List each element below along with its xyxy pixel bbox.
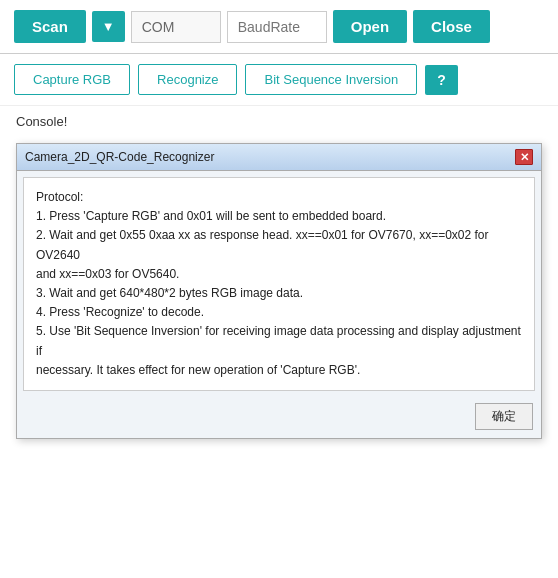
protocol-label: Protocol: [36, 188, 522, 207]
bit-sequence-button[interactable]: Bit Sequence Inversion [245, 64, 417, 95]
modal-title: Camera_2D_QR-Code_Recognizer [25, 150, 214, 164]
protocol-line-4: 4. Press 'Recognize' to decode. [36, 303, 522, 322]
modal-dialog: Camera_2D_QR-Code_Recognizer ✕ Protocol:… [16, 143, 542, 439]
protocol-line-5: 5. Use 'Bit Sequence Inversion' for rece… [36, 322, 522, 360]
open-button[interactable]: Open [333, 10, 407, 43]
toolbar-main: Scan ▼ Open Close [0, 0, 558, 54]
help-button[interactable]: ? [425, 65, 458, 95]
modal-close-button[interactable]: ✕ [515, 149, 533, 165]
modal-footer: 确定 [17, 397, 541, 438]
console-text: Console! [16, 114, 67, 129]
dropdown-arrow-button[interactable]: ▼ [92, 11, 125, 42]
protocol-line-2: 2. Wait and get 0x55 0xaa xx as response… [36, 226, 522, 264]
confirm-button[interactable]: 确定 [475, 403, 533, 430]
dialog-wrapper: Camera_2D_QR-Code_Recognizer ✕ Protocol:… [0, 135, 558, 449]
capture-rgb-button[interactable]: Capture RGB [14, 64, 130, 95]
baudrate-input[interactable] [227, 11, 327, 43]
protocol-line-3: 3. Wait and get 640*480*2 bytes RGB imag… [36, 284, 522, 303]
protocol-line-2b: and xx==0x03 for OV5640. [36, 265, 522, 284]
scan-button[interactable]: Scan [14, 10, 86, 43]
toolbar-secondary: Capture RGB Recognize Bit Sequence Inver… [0, 54, 558, 106]
protocol-line-1: 1. Press 'Capture RGB' and 0x01 will be … [36, 207, 522, 226]
com-input[interactable] [131, 11, 221, 43]
console-label: Console! [0, 106, 558, 135]
recognize-button[interactable]: Recognize [138, 64, 237, 95]
close-button[interactable]: Close [413, 10, 490, 43]
modal-body: Protocol: 1. Press 'Capture RGB' and 0x0… [23, 177, 535, 391]
protocol-line-5b: necessary. It takes effect for new opera… [36, 361, 522, 380]
modal-titlebar: Camera_2D_QR-Code_Recognizer ✕ [17, 144, 541, 171]
